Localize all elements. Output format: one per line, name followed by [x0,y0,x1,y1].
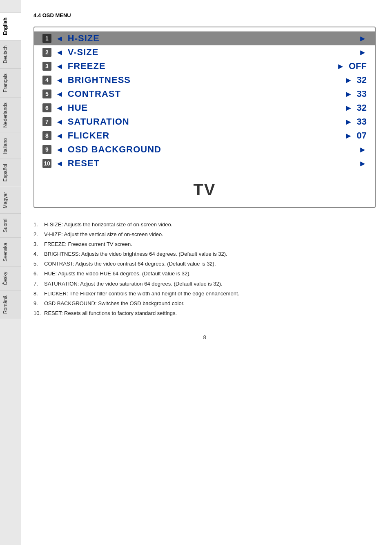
desc-list-item: 7.SATURATION: Adjust the video saturatio… [33,279,376,288]
osd-item-number: 4 [42,76,51,85]
desc-item-text: OSD BACKGROUND: Switches the OSD backgro… [44,299,185,308]
osd-tv-label: TV [34,174,375,207]
lang-tab-magyar[interactable]: Magyar [0,187,21,213]
desc-list-item: 2.V-HIZE: Adjust the vertical size of on… [33,230,376,239]
osd-item-number: 6 [42,103,51,112]
osd-item-number: 8 [42,131,51,140]
osd-arrow-left-icon: ◄ [56,34,64,43]
osd-arrow-left-icon: ◄ [56,76,64,85]
osd-menu: 1◄H-SIZE►2◄V-SIZE►3◄FREEZE►OFF4◄BRIGHTNE… [34,27,375,174]
lang-tab-deutsch[interactable]: Deutsch [0,40,21,68]
osd-row-saturation: 7◄SATURATION►33 [34,115,375,129]
osd-item-number: 9 [42,145,51,154]
desc-item-number: 6. [33,269,42,278]
desc-item-text: RESET: Resets all functions to factory s… [44,309,177,318]
desc-item-number: 2. [33,230,42,239]
osd-row-reset: 10◄RESET► [34,156,375,170]
desc-item-text: SATURATION: Adjust the video saturation … [44,279,223,288]
osd-item-label: V-SIZE [68,47,354,58]
lang-tab-italiano[interactable]: Italiano [0,133,21,159]
osd-item-value: OFF [349,61,367,71]
osd-item-label: OSD BACKGROUND [68,144,354,155]
lang-tab-nederlands[interactable]: Nederlands [0,97,21,132]
desc-item-number: 10. [33,309,42,318]
osd-item-label: RESET [68,158,354,169]
osd-arrow-right-icon: ► [359,159,367,168]
osd-item-label: BRIGHTNESS [68,75,341,85]
lang-tab-română[interactable]: Română [0,290,21,319]
osd-arrow-right-icon: ► [336,62,345,71]
desc-list-item: 4.BRIGHTNESS: Adjusts the video brightne… [33,250,376,259]
osd-item-label: HUE [68,103,341,113]
osd-arrow-right-icon: ► [345,76,353,85]
lang-tab-français[interactable]: Français [0,68,21,97]
osd-row-freeze: 3◄FREEZE►OFF [34,59,375,73]
osd-arrow-right-icon: ► [359,145,367,154]
desc-list-item: 8.FLICKER: The Flicker filter controls t… [33,289,376,298]
osd-arrow-left-icon: ◄ [56,117,64,127]
osd-item-value: 33 [357,89,367,99]
osd-item-number: 5 [42,89,51,98]
lang-tab-english[interactable]: English [0,12,21,40]
lang-tab-español[interactable]: Español [0,159,21,186]
osd-item-number: 3 [42,62,51,71]
osd-arrow-right-icon: ► [345,103,353,113]
osd-item-number: 1 [42,34,51,43]
osd-item-number: 7 [42,117,51,126]
osd-item-label: FLICKER [68,130,341,141]
osd-row-hue: 6◄HUE►32 [34,101,375,115]
osd-arrow-left-icon: ◄ [56,48,64,57]
desc-item-text: HUE: Adjusts the video HUE 64 degrees. (… [44,269,191,278]
osd-arrow-right-icon: ► [359,48,367,57]
desc-list-item: 6.HUE: Adjusts the video HUE 64 degrees.… [33,269,376,278]
desc-item-number: 9. [33,299,42,308]
osd-arrow-left-icon: ◄ [56,103,64,113]
osd-arrow-right-icon: ► [345,117,353,127]
section-title: 4.4 OSD MENU [33,12,376,18]
desc-list-item: 10.RESET: Resets all functions to factor… [33,309,376,318]
osd-item-value: 33 [357,116,367,127]
desc-item-text: H-SIZE: Adjusts the horizontal size of o… [44,220,172,229]
osd-screen: 1◄H-SIZE►2◄V-SIZE►3◄FREEZE►OFF4◄BRIGHTNE… [33,27,376,208]
osd-item-value: 32 [357,75,367,85]
desc-list-item: 9.OSD BACKGROUND: Switches the OSD backg… [33,299,376,308]
page-number: 8 [33,334,376,340]
desc-item-number: 5. [33,259,42,268]
osd-item-number: 2 [42,48,51,57]
desc-list-item: 1.H-SIZE: Adjusts the horizontal size of… [33,220,376,229]
osd-row-osd-background: 9◄OSD BACKGROUND► [34,143,375,156]
desc-item-number: 1. [33,220,42,229]
desc-list-item: 5.CONTRAST: Adjusts the video contrast 6… [33,259,376,268]
desc-item-number: 3. [33,240,42,249]
desc-item-text: FREEZE: Freezes current TV screen. [44,240,132,249]
desc-item-text: CONTRAST: Adjusts the video contrast 64 … [44,259,216,268]
osd-arrow-right-icon: ► [345,89,353,99]
desc-item-number: 4. [33,250,42,259]
language-sidebar: EnglishDeutschFrançaisNederlandsItaliano… [0,0,21,545]
lang-tab-česky[interactable]: Česky [0,266,21,290]
osd-row-v-size: 2◄V-SIZE► [34,45,375,59]
osd-row-brightness: 4◄BRIGHTNESS►32 [34,73,375,87]
lang-tab-suomi[interactable]: Suomi [0,213,21,237]
osd-arrow-left-icon: ◄ [56,62,64,71]
description-list: 1.H-SIZE: Adjusts the horizontal size of… [33,220,376,318]
osd-arrow-right-icon: ► [345,131,353,141]
main-content: 4.4 OSD MENU 1◄H-SIZE►2◄V-SIZE►3◄FREEZE►… [21,0,392,545]
osd-row-contrast: 5◄CONTRAST►33 [34,87,375,101]
desc-item-text: V-HIZE: Adjust the vertical size of on-s… [44,230,163,239]
desc-item-text: FLICKER: The Flicker filter controls the… [44,289,239,298]
osd-item-label: H-SIZE [68,33,354,44]
lang-tab-svenska[interactable]: Svenska [0,237,21,266]
desc-item-number: 7. [33,279,42,288]
osd-item-number: 10 [42,159,51,168]
osd-arrow-left-icon: ◄ [56,89,64,99]
desc-item-text: BRIGHTNESS: Adjusts the video brightness… [44,250,227,259]
osd-item-label: SATURATION [68,116,341,127]
desc-list-item: 3.FREEZE: Freezes current TV screen. [33,240,376,249]
osd-item-label: CONTRAST [68,89,341,99]
osd-arrow-right-icon: ► [359,34,367,43]
desc-item-number: 8. [33,289,42,298]
osd-arrow-left-icon: ◄ [56,131,64,141]
osd-arrow-left-icon: ◄ [56,145,64,154]
osd-item-label: FREEZE [68,61,332,71]
